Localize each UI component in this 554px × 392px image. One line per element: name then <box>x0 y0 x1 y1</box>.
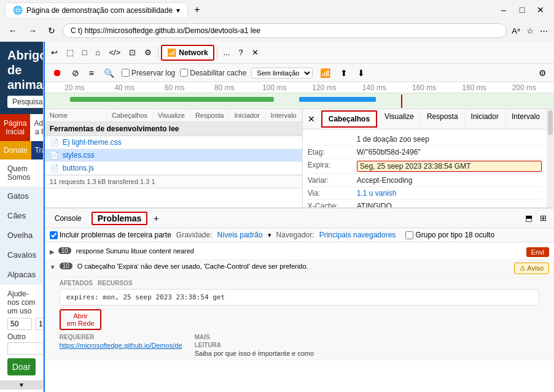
maximize-button[interactable]: □ <box>513 4 531 16</box>
col-cabecalhos[interactable]: Cabeçalhos <box>107 109 153 121</box>
issue-item-1[interactable]: ▶ 10 response Sununu lituue content near… <box>45 245 554 260</box>
file-item-js[interactable]: 📄 buttons.js <box>45 162 302 175</box>
scroll-down-arrow[interactable]: ▼ <box>0 380 43 390</box>
scroll-track-right[interactable] <box>547 109 554 207</box>
dt-console-tab[interactable]: ⌂ <box>92 46 104 59</box>
favorites-icon[interactable]: ☆ <box>525 25 535 37</box>
dt-application-tab[interactable]: ⊡ <box>125 46 139 59</box>
nav-home-button[interactable]: Página Inicial <box>0 114 30 141</box>
expand-icon[interactable]: ⊞ <box>537 212 549 224</box>
dt-elements-button[interactable]: □ <box>79 46 91 59</box>
network-tab[interactable]: 📶 Network <box>161 45 214 61</box>
export-button[interactable]: ⬇ <box>355 67 367 79</box>
tab-iniciador[interactable]: Iniciador <box>465 109 505 129</box>
third-party-checkbox[interactable] <box>50 231 58 239</box>
header-value-etag: W/"650bf58d-2496" <box>357 148 542 156</box>
problems-plus[interactable]: + <box>154 213 158 223</box>
file-item-styles[interactable]: 📄 styles.css <box>45 149 302 162</box>
header-value-xcache: ATINGIDO <box>357 202 542 207</box>
nav-jobs-button[interactable]: Trabalhos <box>31 141 44 159</box>
disable-cache-checkbox[interactable] <box>180 69 188 77</box>
browser-value[interactable]: Principais navegadores <box>319 231 396 239</box>
col-iniciador[interactable]: Iniciador <box>229 109 265 121</box>
close-button[interactable]: ✕ <box>532 4 549 16</box>
severity-dropdown-icon[interactable]: ▾ <box>268 231 271 239</box>
url-box[interactable]: C t) https://microsoftedge.github.io/Dem… <box>63 23 507 38</box>
minimize-button[interactable]: – <box>495 4 512 16</box>
main-layout: Abrigo de animais Pesquisar Página Inici… <box>0 42 554 392</box>
filter-button[interactable]: ≡ <box>87 67 96 79</box>
new-tab-button[interactable]: + <box>192 4 202 15</box>
donate-50[interactable] <box>7 318 32 330</box>
tab-dropdown-icon[interactable]: ▾ <box>176 6 180 15</box>
throttle-select[interactable]: Sem limitação <box>251 67 313 79</box>
dt-close-button[interactable]: ✕ <box>248 46 262 59</box>
header-name-xcache: X-Cache: <box>308 202 357 207</box>
file-item-css[interactable]: 📄 E) light-theme.css <box>45 136 302 149</box>
dt-sources-tab[interactable]: </> <box>105 46 124 59</box>
dt-inspect-button[interactable]: ↩ <box>47 46 61 59</box>
category-cavalos[interactable]: Cavalos <box>0 245 43 265</box>
category-ovelha[interactable]: Ovelha <box>0 226 43 245</box>
donate-100[interactable] <box>36 318 44 330</box>
browser-tab[interactable]: 🌐 Página de demonstração com acessibilid… <box>5 2 188 17</box>
dt-help-button[interactable]: ? <box>235 46 246 59</box>
open-in-new-icon[interactable]: ⬒ <box>523 212 535 224</box>
import-button[interactable]: ⬆ <box>338 67 350 79</box>
problems-tab[interactable]: Problemas <box>92 212 148 225</box>
donate-other-input[interactable] <box>7 342 44 355</box>
dt-device-button[interactable]: ⬚ <box>63 46 77 59</box>
site-categories: Gatos Cães Ovelha Cavalos Alpacas <box>0 186 43 285</box>
nav-about-button[interactable]: Quem Somos <box>0 159 43 186</box>
console-tab[interactable]: Console <box>50 212 87 225</box>
group-checkbox[interactable] <box>405 231 413 239</box>
col-resposta[interactable]: Resposta <box>190 109 229 121</box>
col-intervalo[interactable]: Intervalo <box>266 109 302 121</box>
open-network-button[interactable]: Abrir em Rede <box>60 309 102 330</box>
tab-visualize[interactable]: Visualize <box>378 109 421 129</box>
col-visualize[interactable]: Visualize <box>153 109 190 121</box>
search-button[interactable]: 🔍 <box>101 67 117 79</box>
tab-intervalo[interactable]: Intervalo <box>505 109 547 129</box>
col-nome[interactable]: Nome <box>45 109 107 121</box>
donate-button[interactable]: Doar <box>7 358 36 375</box>
back-button[interactable]: ← <box>5 25 21 37</box>
tab-cabecalhos[interactable]: Cabeçalhos <box>321 110 377 128</box>
more-icon[interactable]: ⋯ <box>539 25 549 37</box>
forward-button[interactable]: → <box>25 25 41 37</box>
refresh-button[interactable]: ↻ <box>44 25 59 37</box>
issue-link-url[interactable]: https://microsoftedge.github.io/Demos/de <box>60 342 182 349</box>
donate-other-label: Outro <box>7 332 36 341</box>
timeline-bars <box>45 93 554 109</box>
severity-value[interactable]: Níveis padrão <box>217 231 263 239</box>
header-value-via[interactable]: 1.1 u vanish <box>357 189 542 198</box>
site-title: Abrigo de animais <box>7 48 36 92</box>
dt-performance-tab[interactable]: ⚙ <box>141 46 155 59</box>
translate-icon[interactable]: Aᵃ <box>510 25 521 37</box>
nav-adopt-button[interactable]: Adopt a Pet <box>30 114 43 141</box>
header-row-expira: Expira: Seg, 25 seep 2023 23:38:54 GMT <box>308 159 542 174</box>
category-caes[interactable]: Cães <box>0 206 43 226</box>
issue-1-text: response Sununu lituue content neared <box>76 247 526 255</box>
category-gatos[interactable]: Gatos <box>0 186 43 206</box>
timeline-bar-1 <box>70 97 274 102</box>
category-alpacas[interactable]: Alpacas <box>0 265 43 285</box>
preserve-log-checkbox[interactable] <box>122 69 130 77</box>
record-button[interactable]: ⏺ <box>50 66 64 80</box>
site-search[interactable]: Pesquisar <box>7 96 44 108</box>
clear-button[interactable]: ⊘ <box>69 67 82 79</box>
tab-favicon: 🌐 <box>13 6 23 15</box>
site-nav: Página Inicial Adopt a Pet Donate Trabal… <box>0 114 43 186</box>
link-header-leitura: LEITURA <box>195 342 314 348</box>
issue-item-2[interactable]: ▼ 10 O cabeçalho 'Expira' não deve ser u… <box>45 260 554 277</box>
settings-button[interactable]: ⚙ <box>536 67 549 79</box>
detail-close-button[interactable]: ✕ <box>303 109 320 129</box>
dt-more-button[interactable]: ... <box>220 46 234 59</box>
devtools-toolbar: ↩ ⬚ □ ⌂ </> ⊡ ⚙ 📶 Network ... ? ✕ <box>45 42 554 64</box>
site-footer: Ajude-nos com um uso Outro Doar <box>0 285 43 380</box>
nav-donate-button[interactable]: Donate <box>0 141 31 159</box>
js-file-name: buttons.js <box>63 164 297 172</box>
wifi-status-icon[interactable]: 📶 <box>318 67 333 79</box>
js-file-icon: 📄 <box>50 164 59 172</box>
tab-resposta[interactable]: Resposta <box>421 109 465 129</box>
